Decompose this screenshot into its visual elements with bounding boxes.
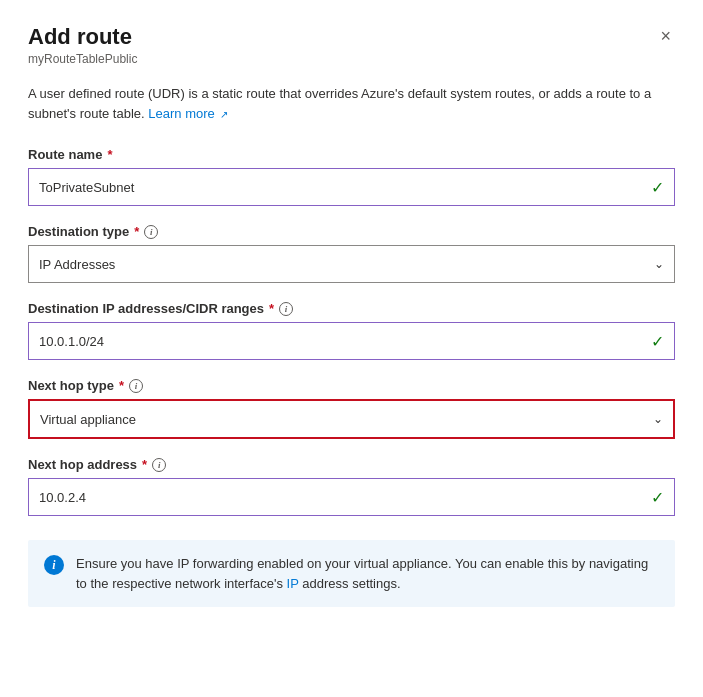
- required-indicator: *: [142, 457, 147, 472]
- next-hop-address-label: Next hop address * i: [28, 457, 675, 472]
- info-icon[interactable]: i: [279, 302, 293, 316]
- route-name-input-wrapper: ✓: [28, 168, 675, 206]
- destination-type-input[interactable]: [29, 246, 674, 282]
- ip-link[interactable]: IP: [287, 576, 299, 591]
- next-hop-address-field: Next hop address * i ✓: [28, 457, 675, 516]
- panel-header: Add route ×: [28, 24, 675, 50]
- info-box: i Ensure you have IP forwarding enabled …: [28, 540, 675, 607]
- destination-type-field: Destination type * i ⌄: [28, 224, 675, 283]
- next-hop-type-field: Next hop type * i ⌄: [28, 378, 675, 439]
- next-hop-type-input-wrapper: ⌄: [28, 399, 675, 439]
- add-route-panel: Add route × myRouteTablePublic A user de…: [0, 0, 703, 697]
- required-indicator: *: [107, 147, 112, 162]
- panel-title: Add route: [28, 24, 132, 50]
- external-link-icon: ↗: [220, 107, 228, 122]
- route-name-input[interactable]: [29, 169, 674, 205]
- info-icon[interactable]: i: [129, 379, 143, 393]
- route-name-label: Route name *: [28, 147, 675, 162]
- destination-ip-field: Destination IP addresses/CIDR ranges * i…: [28, 301, 675, 360]
- info-icon[interactable]: i: [144, 225, 158, 239]
- required-indicator: *: [134, 224, 139, 239]
- required-indicator: *: [269, 301, 274, 316]
- next-hop-type-input[interactable]: [30, 401, 673, 437]
- route-name-field: Route name * ✓: [28, 147, 675, 206]
- required-indicator: *: [119, 378, 124, 393]
- next-hop-type-label: Next hop type * i: [28, 378, 675, 393]
- panel-subtitle: myRouteTablePublic: [28, 52, 675, 66]
- close-button[interactable]: ×: [656, 24, 675, 49]
- next-hop-address-input-wrapper: ✓: [28, 478, 675, 516]
- info-box-text: Ensure you have IP forwarding enabled on…: [76, 554, 659, 593]
- destination-type-input-wrapper: ⌄: [28, 245, 675, 283]
- learn-more-link[interactable]: Learn more ↗: [148, 106, 228, 121]
- info-icon[interactable]: i: [152, 458, 166, 472]
- destination-type-label: Destination type * i: [28, 224, 675, 239]
- description-text: A user defined route (UDR) is a static r…: [28, 84, 675, 123]
- destination-ip-input-wrapper: ✓: [28, 322, 675, 360]
- info-box-icon: i: [44, 555, 64, 575]
- next-hop-address-input[interactable]: [29, 479, 674, 515]
- destination-ip-input[interactable]: [29, 323, 674, 359]
- destination-ip-label: Destination IP addresses/CIDR ranges * i: [28, 301, 675, 316]
